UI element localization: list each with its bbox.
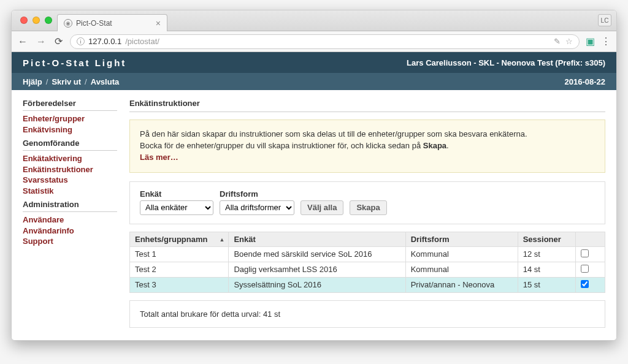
site-info-icon[interactable]: i bbox=[77, 37, 85, 45]
create-button[interactable]: Skapa bbox=[350, 200, 386, 215]
window-controls bbox=[14, 17, 58, 24]
cell-drift: Kommunal bbox=[405, 246, 518, 262]
main-content: Enkätinstruktioner På den här sidan skap… bbox=[129, 99, 605, 328]
sidebar-heading: Genomförande bbox=[23, 138, 117, 151]
url-input[interactable]: i 127.0.0.1/pictostat/ ✎ ☆ bbox=[70, 34, 580, 49]
app-body: FörberedelserEnheter/grupperEnkätvisning… bbox=[12, 90, 616, 336]
viewport: Pict-O-Stat Light Lars Careliusson - SKL… bbox=[12, 52, 616, 340]
current-date: 2016-08-22 bbox=[565, 77, 606, 86]
cell-enkat: Daglig verksamhet LSS 2016 bbox=[229, 262, 405, 277]
sidebar-item[interactable]: Support bbox=[23, 236, 117, 247]
row-checkbox[interactable] bbox=[581, 265, 589, 273]
cell-sessions: 12 st bbox=[518, 246, 575, 262]
print-link[interactable]: Skriv ut bbox=[52, 77, 81, 86]
data-table: Enhets/gruppnamn▲ Enkät Driftsform Sessi… bbox=[129, 232, 605, 293]
browser-tab[interactable]: ◉ Pict-O-Stat × bbox=[57, 14, 167, 31]
row-checkbox[interactable] bbox=[581, 249, 589, 257]
cell-checkbox bbox=[576, 246, 605, 262]
table-body: Test 1Boende med särskild service SoL 20… bbox=[130, 246, 605, 292]
col-checkbox bbox=[576, 232, 605, 246]
extension-icon[interactable]: ▣ bbox=[586, 36, 595, 47]
enkat-select[interactable]: Alla enkäter bbox=[140, 200, 213, 215]
close-window-button[interactable] bbox=[20, 17, 28, 24]
cell-sessions: 14 st bbox=[518, 262, 575, 277]
sidebar-item[interactable]: Enheter/grupper bbox=[23, 113, 117, 124]
drift-label: Driftsform bbox=[220, 189, 294, 199]
maximize-window-button[interactable] bbox=[45, 17, 52, 24]
drift-select[interactable]: Alla driftsformer bbox=[220, 200, 294, 215]
info-line2: Bocka för de enheter/grupper du vill ska… bbox=[140, 140, 595, 152]
profile-badge[interactable]: LC bbox=[598, 14, 611, 26]
address-bar: ← → ⟳ i 127.0.0.1/pictostat/ ✎ ☆ ▣ ⋮ bbox=[12, 31, 616, 52]
filter-enkat: Enkät Alla enkäter bbox=[140, 189, 213, 215]
info-line2c: . bbox=[446, 141, 449, 150]
sort-asc-icon: ▲ bbox=[219, 237, 224, 243]
browser-window: ◉ Pict-O-Stat × LC ← → ⟳ i 127.0.0.1/pic… bbox=[11, 10, 617, 341]
tab-title: Pict-O-Stat bbox=[76, 19, 112, 28]
sidebar-item[interactable]: Svarsstatus bbox=[23, 175, 117, 186]
col-name-label: Enhets/gruppnamn bbox=[135, 235, 207, 244]
cell-enkat: Boende med särskild service SoL 2016 bbox=[229, 246, 405, 262]
col-sessions[interactable]: Sessioner bbox=[518, 232, 575, 246]
sidebar-heading: Administration bbox=[23, 200, 117, 212]
url-host: 127.0.0.1 bbox=[88, 37, 121, 46]
sidebar: FörberedelserEnheter/grupperEnkätvisning… bbox=[23, 99, 117, 328]
menu-icon[interactable]: ⋮ bbox=[601, 36, 611, 47]
separator: / bbox=[85, 77, 87, 86]
back-icon[interactable]: ← bbox=[17, 36, 29, 47]
separator: / bbox=[46, 77, 48, 86]
cell-enkat: Sysselsättning SoL 2016 bbox=[229, 277, 405, 292]
col-name[interactable]: Enhets/gruppnamn▲ bbox=[130, 232, 229, 246]
cell-name: Test 2 bbox=[130, 262, 229, 277]
table-row: Test 2Daglig verksamhet LSS 2016Kommunal… bbox=[130, 262, 605, 277]
sidebar-item[interactable]: Användarinfo bbox=[23, 226, 117, 237]
info-line1: På den här sidan skapar du instruktioner… bbox=[140, 129, 595, 140]
select-all-button[interactable]: Välj alla bbox=[301, 200, 343, 215]
reload-icon[interactable]: ⟳ bbox=[53, 36, 64, 47]
cell-checkbox bbox=[576, 277, 605, 292]
sidebar-heading: Förberedelser bbox=[23, 99, 117, 111]
info-line2-bold: Skapa bbox=[423, 141, 446, 150]
info-line2a: Bocka för de enheter/grupper du vill ska… bbox=[140, 141, 423, 150]
table-row: Test 3Sysselsättning SoL 2016Privat/anna… bbox=[130, 277, 605, 292]
col-drift[interactable]: Driftsform bbox=[405, 232, 518, 246]
logout-link[interactable]: Avsluta bbox=[91, 77, 119, 86]
minimize-window-button[interactable] bbox=[33, 17, 40, 24]
cell-name: Test 3 bbox=[130, 277, 229, 292]
col-enkat[interactable]: Enkät bbox=[229, 232, 405, 246]
cell-name: Test 1 bbox=[130, 246, 229, 262]
tab-bar: ◉ Pict-O-Stat × LC bbox=[12, 10, 616, 31]
summary-box: Totalt antal brukare för detta urval: 41… bbox=[129, 300, 605, 328]
sub-header: Hjälp / Skriv ut / Avsluta 2016-08-22 bbox=[12, 73, 616, 90]
url-path: /pictostat/ bbox=[125, 37, 159, 46]
sidebar-item[interactable]: Enkätinstruktioner bbox=[23, 164, 117, 175]
cell-drift: Kommunal bbox=[405, 262, 518, 277]
filter-box: Enkät Alla enkäter Driftsform Alla drift… bbox=[129, 181, 605, 224]
tab-favicon-icon: ◉ bbox=[64, 19, 72, 28]
wand-icon[interactable]: ✎ bbox=[554, 37, 561, 46]
row-checkbox[interactable] bbox=[581, 280, 589, 288]
app-header: Pict-O-Stat Light Lars Careliusson - SKL… bbox=[12, 52, 616, 73]
bookmark-icon[interactable]: ☆ bbox=[565, 37, 573, 46]
info-box: På den här sidan skapar du instruktioner… bbox=[129, 119, 605, 173]
enkat-label: Enkät bbox=[140, 189, 213, 199]
table-row: Test 1Boende med särskild service SoL 20… bbox=[130, 246, 605, 262]
tab-close-icon[interactable]: × bbox=[156, 18, 161, 28]
read-more-link[interactable]: Läs mer… bbox=[140, 153, 178, 162]
app-title: Pict-O-Stat Light bbox=[23, 58, 126, 68]
help-link[interactable]: Hjälp bbox=[23, 77, 42, 86]
sidebar-item[interactable]: Enkätvisning bbox=[23, 124, 117, 135]
forward-icon: → bbox=[35, 36, 47, 47]
cell-sessions: 15 st bbox=[518, 277, 575, 292]
user-info: Lars Careliusson - SKL - Neonova Test (P… bbox=[407, 58, 605, 67]
filter-drift: Driftsform Alla driftsformer bbox=[220, 189, 294, 215]
sidebar-item[interactable]: Enkätaktivering bbox=[23, 153, 117, 164]
cell-checkbox bbox=[576, 262, 605, 277]
sidebar-item[interactable]: Statistik bbox=[23, 186, 117, 197]
cell-drift: Privat/annan - Neonova bbox=[405, 277, 518, 292]
sidebar-item[interactable]: Användare bbox=[23, 214, 117, 226]
page-title: Enkätinstruktioner bbox=[129, 99, 605, 112]
